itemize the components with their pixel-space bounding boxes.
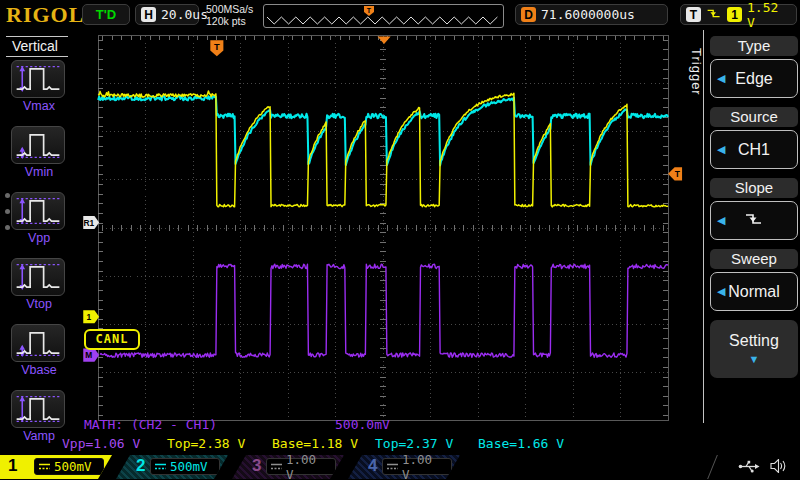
ch1-position-marker[interactable]: 1 [83,310,99,323]
measure-button-vpp[interactable]: Vpp [11,192,67,245]
menu-item-label-source: Source [710,107,798,127]
delay-value: 71.6000000us [541,7,635,22]
menu-item-value: Normal [728,283,780,301]
measure-button-vmin[interactable]: Vmin [11,126,67,179]
vbase-icon [11,324,65,362]
svg-text:M: M [85,350,92,360]
vtop-icon [11,258,65,296]
trigger-readout[interactable]: T 1 1.52 V [680,4,797,25]
sample-rate: 500MSa/s [206,3,253,15]
channel-tile-1[interactable]: 1 500mV [0,455,112,479]
bar-divider [707,455,718,479]
menu-item-slope[interactable]: ◀ [710,201,798,240]
memory-depth: 120k pts [206,15,253,27]
measure-button-label: Vpp [11,231,67,245]
menu-item-setting[interactable]: Setting ▼ [710,320,798,378]
falling-edge-icon [744,212,764,230]
delay-readout: D 71.6000000us [515,4,668,25]
channel-number: 1 [8,456,17,476]
menu-item-label-type: Type [710,36,798,56]
measurement-readout-3: Top=2.37 V [375,436,453,451]
channel-scale-value: 500mV [54,459,92,474]
chevron-left-icon: ◀ [717,72,725,85]
chevron-left-icon: ◀ [717,214,725,227]
horizontal-icon: H [141,7,156,22]
channel-number: 3 [252,456,261,476]
menu-item-type[interactable]: ◀Edge [710,59,798,98]
usb-icon [738,459,760,477]
menu-item-label-slope: Slope [710,178,798,198]
channel-status-bar: 1 500mV 2 500mV 3 1.00 V 4 1.00 V [0,455,800,480]
delay-icon: D [521,7,536,22]
trigger-level-value: 1.52 V [747,0,791,30]
menu-item-label-sweep: Sweep [710,249,798,269]
trigger-status-text: T'D [96,7,116,22]
speaker-icon [770,459,787,477]
math-expression-label: MATH: (CH2 - CH1) [84,417,217,432]
falling-edge-icon [706,6,722,24]
trace-math-diff [100,264,668,357]
menu-item-label: Setting [710,332,798,350]
vpp-icon [11,192,65,230]
math-scale-label: 500.0mV [335,417,390,432]
coupling-dc-icon [271,459,282,474]
measure-button-label: Vbase [11,363,67,377]
trigger-level-marker[interactable]: T [668,167,682,180]
svg-text:T: T [367,7,372,14]
measure-button-vmax[interactable]: Vmax [11,60,67,113]
measurement-readout-1: Top=2.38 V [167,436,245,451]
measure-button-label: Vtop [11,297,67,311]
chevron-left-icon: ◀ [717,285,725,298]
chevron-down-icon: ▼ [710,353,798,365]
channel-scale-box: 1.00 V [382,458,452,475]
measure-button-vbase[interactable]: Vbase [11,324,67,377]
bus-label-canl[interactable]: CANL [84,329,140,350]
measure-button-label: Vmin [11,165,67,179]
waveform-preview[interactable]: T [263,4,504,28]
menu-item-value: CH1 [738,141,770,159]
vamp-icon [11,390,65,428]
svg-text:1: 1 [87,312,92,322]
chevron-left-icon: ◀ [717,143,725,156]
svg-text:T: T [214,42,220,52]
trigger-position-marker[interactable]: T [210,40,223,56]
math-position-marker[interactable]: M [83,349,99,362]
measure-button-vamp[interactable]: Vamp [11,390,67,443]
measure-button-label: Vmax [11,99,67,113]
measure-button-vtop[interactable]: Vtop [11,258,67,311]
trigger-status-badge: T'D [82,4,130,25]
vmax-icon [11,60,65,98]
menu-item-value: Edge [735,70,772,88]
channel-scale-box: 500mV [150,458,220,475]
coupling-dc-icon [155,459,166,474]
measurement-readout-2: Base=1.18 V [272,436,358,451]
measure-category-title: Vertical [6,36,68,57]
delay-position-marker[interactable] [378,37,391,44]
svg-text:T: T [675,169,681,179]
coupling-dc-icon [387,459,398,474]
channel-number: 2 [136,456,145,476]
waveform-display: T T R1 1 M [60,30,710,456]
rigol-logo: RIGOL [6,2,84,28]
menu-item-sweep[interactable]: ◀Normal [710,272,798,311]
channel-scale-box: 500mV [34,458,104,475]
acquisition-info: 500MSa/s 120k pts [206,3,253,27]
timebase-value: 20.0us [161,7,208,22]
channel-tile-4[interactable]: 4 1.00 V [348,455,460,479]
channel-number: 4 [368,456,377,476]
trigger-source-badge: 1 [727,7,742,22]
timebase-readout[interactable]: H 20.0us [135,4,199,25]
measurement-readout-0: Vpp=1.06 V [62,436,140,451]
channel-scale-box: 1.00 V [266,458,336,475]
channel-scale-value: 500mV [170,459,208,474]
ref-waveform-marker[interactable]: R1 [83,216,99,229]
page-indicator-dots [5,193,10,230]
channel-tile-3[interactable]: 3 1.00 V [232,455,344,479]
channel-tile-2[interactable]: 2 500mV [116,455,228,479]
measure-button-label: Vamp [11,429,67,443]
trigger-icon: T [686,7,701,22]
svg-text:R1: R1 [83,218,94,228]
coupling-dc-icon [39,459,50,474]
vmin-icon [11,126,65,164]
menu-item-source[interactable]: ◀CH1 [710,130,798,169]
